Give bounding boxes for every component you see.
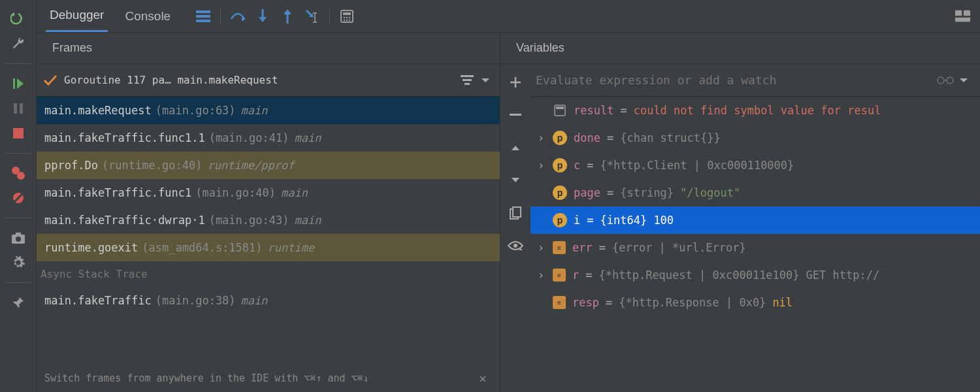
svg-rect-9	[16, 233, 21, 235]
chevron-down-icon[interactable]	[959, 77, 968, 84]
resume-icon[interactable]	[9, 74, 27, 93]
debug-side-toolbar	[0, 0, 37, 392]
svg-point-26	[349, 19, 350, 20]
step-out-icon[interactable]	[280, 8, 295, 24]
move-up-icon[interactable]	[506, 139, 525, 157]
expand-arrow-icon[interactable]: ›	[536, 269, 546, 282]
move-down-icon[interactable]	[506, 171, 525, 189]
add-watch-icon[interactable]	[506, 73, 525, 91]
goroutine-selector[interactable]: Goroutine 117 pa… main.makeRequest	[37, 64, 500, 97]
tab-debugger[interactable]: Debugger	[46, 0, 108, 32]
svg-point-39	[938, 77, 944, 84]
variable-row[interactable]: › ≡ err = {error | *url.Error}	[531, 234, 980, 261]
svg-rect-2	[20, 103, 23, 114]
frame-row[interactable]: main.makeRequest (main.go:63) main	[37, 97, 500, 124]
frames-title: Frames	[37, 33, 500, 64]
async-stack-trace-label: Async Stack Trace	[37, 261, 500, 287]
svg-point-21	[344, 16, 345, 18]
evaluate-expression-input[interactable]	[536, 73, 936, 87]
layout-settings-icon[interactable]	[955, 8, 971, 24]
parameter-badge-icon: p	[553, 213, 567, 227]
variable-row[interactable]: › p done = {chan struct{}}	[531, 124, 980, 152]
svg-rect-35	[510, 114, 521, 116]
variable-row[interactable]: › ≡ resp = {*http.Response | 0x0} nil	[531, 289, 980, 316]
svg-point-10	[16, 237, 21, 242]
svg-point-5	[17, 172, 25, 180]
copy-icon[interactable]	[506, 204, 525, 222]
rerun-icon[interactable]	[9, 10, 27, 28]
camera-icon[interactable]	[9, 229, 27, 247]
filter-icon[interactable]	[461, 74, 474, 86]
svg-point-25	[346, 19, 348, 20]
separator	[329, 8, 330, 25]
svg-rect-1	[14, 103, 17, 114]
close-icon[interactable]: ×	[479, 370, 487, 386]
struct-badge-icon: ≡	[553, 296, 566, 309]
parameter-badge-icon: p	[553, 186, 567, 200]
run-to-cursor-icon[interactable]	[304, 8, 320, 24]
svg-rect-30	[461, 75, 474, 77]
expand-arrow-icon[interactable]: ›	[536, 159, 546, 172]
debugger-tabbar: Debugger Console	[37, 0, 980, 33]
calculator-badge-icon	[553, 103, 567, 118]
expand-arrow-icon[interactable]: ›	[536, 131, 546, 144]
mute-breakpoints-icon[interactable]	[9, 189, 27, 207]
tip-bar: Switch frames from anywhere in the IDE w…	[37, 365, 500, 392]
expand-arrow-icon[interactable]: ›	[536, 241, 546, 254]
chevron-down-icon[interactable]	[480, 76, 491, 84]
svg-rect-27	[955, 10, 962, 15]
frame-row[interactable]: runtime.goexit (asm_amd64.s:1581) runtim…	[37, 234, 500, 261]
svg-rect-28	[964, 10, 970, 15]
svg-rect-13	[196, 20, 210, 22]
calculator-icon[interactable]	[339, 8, 355, 24]
pause-icon[interactable]	[9, 99, 27, 118]
show-watches-icon[interactable]	[506, 237, 525, 255]
variable-row[interactable]: › ≡ r = {*http.Request | 0xc00011e100} G…	[531, 261, 980, 289]
checkmark-icon	[43, 74, 57, 86]
wrench-icon[interactable]	[9, 35, 27, 53]
svg-rect-11	[196, 10, 210, 13]
parameter-badge-icon: p	[553, 158, 567, 172]
stop-icon[interactable]	[9, 124, 27, 142]
separator	[6, 63, 31, 64]
svg-rect-20	[343, 12, 351, 15]
parameter-badge-icon: p	[553, 131, 567, 145]
remove-watch-icon[interactable]	[506, 106, 525, 124]
variable-row[interactable]: › p page = {string} "/logout"	[531, 179, 980, 206]
frame-row[interactable]: pprof.Do (runtime.go:40) runtime/pprof	[37, 152, 500, 179]
settings-icon[interactable]	[9, 253, 27, 272]
separator	[220, 8, 221, 25]
view-breakpoints-icon[interactable]	[9, 164, 27, 182]
variable-row[interactable]: › p c = {*http.Client | 0xc000110000}	[531, 152, 980, 179]
variables-gutter	[500, 64, 531, 392]
step-over-icon[interactable]	[230, 8, 246, 24]
pin-icon[interactable]	[9, 293, 27, 312]
svg-point-22	[346, 16, 348, 18]
frame-row[interactable]: main.fakeTraffic.func1.1 (main.go:41) ma…	[37, 124, 500, 152]
separator	[6, 153, 31, 154]
svg-rect-37	[513, 207, 521, 217]
svg-point-38	[514, 244, 517, 248]
svg-rect-12	[196, 15, 210, 18]
separator	[6, 218, 31, 218]
variable-row[interactable]: › p i = {int64} 100	[531, 206, 980, 234]
evaluate-expression-bar[interactable]	[531, 64, 980, 97]
variables-panel: Variables ›	[500, 33, 980, 392]
frame-row[interactable]: main.fakeTraffic.func1 (main.go:40) main	[37, 179, 500, 206]
variable-row[interactable]: › result = could not find symbol value f…	[531, 97, 980, 124]
svg-point-40	[947, 77, 953, 84]
frame-row[interactable]: main.fakeTraffic·dwrap·1 (main.go:43) ma…	[37, 206, 500, 234]
tab-console[interactable]: Console	[121, 1, 174, 31]
struct-badge-icon: ≡	[553, 269, 566, 282]
frames-panel: Frames Goroutine 117 pa… main.makeReques…	[37, 33, 500, 392]
svg-rect-32	[465, 83, 470, 85]
frame-row[interactable]: main.fakeTraffic (main.go:38) main	[37, 287, 500, 314]
svg-point-24	[344, 19, 345, 20]
svg-rect-0	[13, 78, 15, 89]
svg-rect-43	[556, 106, 564, 109]
tip-text: Switch frames from anywhere in the IDE w…	[44, 372, 369, 384]
svg-rect-29	[955, 17, 970, 21]
svg-rect-3	[13, 128, 24, 139]
threads-icon[interactable]	[195, 8, 211, 24]
step-into-icon[interactable]	[255, 8, 270, 24]
